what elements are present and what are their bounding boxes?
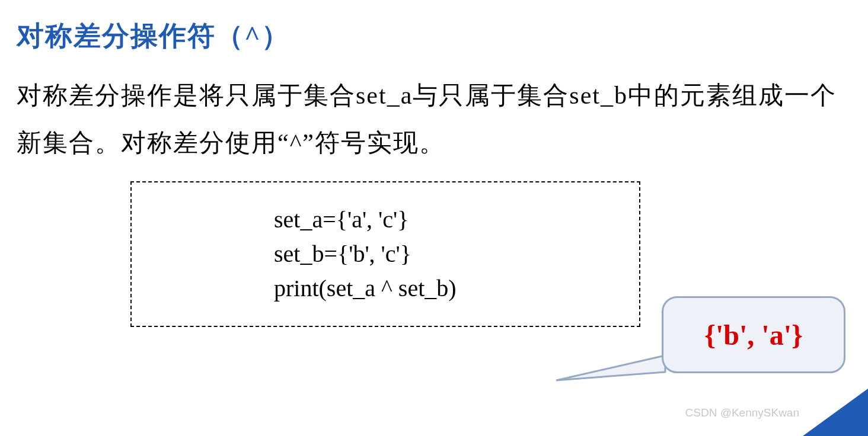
- code-line-2: set_b={'b', 'c'}: [274, 237, 621, 271]
- output-callout: {'b', 'a'}: [662, 296, 845, 373]
- code-example-box: set_a={'a', 'c'} set_b={'b', 'c'} print(…: [130, 181, 640, 327]
- code-line-1: set_a={'a', 'c'}: [274, 203, 621, 237]
- code-line-3: print(set_a ^ set_b): [274, 271, 621, 306]
- slide-paragraph: 对称差分操作是将只属于集合set_a与只属于集合set_b中的元素组成一个新集合…: [17, 72, 844, 167]
- slide-heading: 对称差分操作符（^）: [17, 18, 868, 54]
- svg-marker-0: [556, 355, 665, 380]
- callout-output-text: {'b', 'a'}: [704, 319, 803, 351]
- callout-tail-icon: [556, 352, 675, 387]
- watermark-text: CSDN @KennySKwan: [685, 406, 799, 419]
- callout-bubble: {'b', 'a'}: [662, 296, 845, 373]
- corner-decoration: [803, 389, 868, 436]
